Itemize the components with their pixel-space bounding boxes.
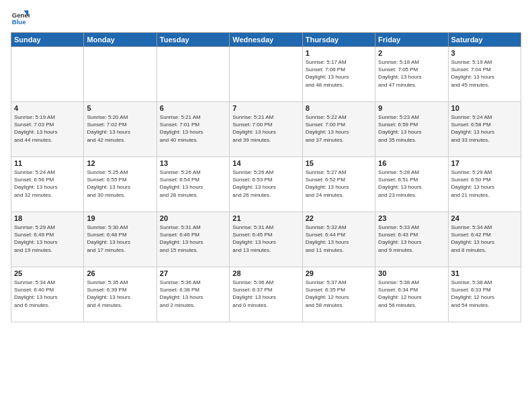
page-header: General Blue xyxy=(11,8,521,27)
day-info: Sunrise: 5:20 AM Sunset: 7:02 PM Dayligh… xyxy=(87,113,153,144)
day-info: Sunrise: 5:38 AM Sunset: 6:33 PM Dayligh… xyxy=(451,279,518,309)
calendar-cell: 25Sunrise: 5:34 AM Sunset: 6:40 PM Dayli… xyxy=(11,267,84,322)
day-number: 3 xyxy=(451,49,518,57)
day-number: 21 xyxy=(232,214,299,222)
day-info: Sunrise: 5:19 AM Sunset: 7:03 PM Dayligh… xyxy=(14,113,81,144)
day-number: 10 xyxy=(451,104,518,112)
day-header-saturday: Saturday xyxy=(448,33,521,47)
day-header-tuesday: Tuesday xyxy=(157,33,229,47)
calendar-cell: 2Sunrise: 5:18 AM Sunset: 7:05 PM Daylig… xyxy=(375,47,448,102)
calendar-cell: 10Sunrise: 5:24 AM Sunset: 6:58 PM Dayli… xyxy=(448,102,521,157)
day-number: 15 xyxy=(306,159,372,167)
day-info: Sunrise: 5:33 AM Sunset: 6:43 PM Dayligh… xyxy=(378,224,445,254)
day-info: Sunrise: 5:27 AM Sunset: 6:52 PM Dayligh… xyxy=(306,169,372,199)
day-info: Sunrise: 5:36 AM Sunset: 6:37 PM Dayligh… xyxy=(232,279,299,309)
day-number: 18 xyxy=(14,214,81,222)
day-info: Sunrise: 5:31 AM Sunset: 6:45 PM Dayligh… xyxy=(232,224,299,254)
calendar-cell: 1Sunrise: 5:17 AM Sunset: 7:06 PM Daylig… xyxy=(302,47,375,102)
day-header-monday: Monday xyxy=(84,33,157,47)
calendar-cell: 3Sunrise: 5:19 AM Sunset: 7:04 PM Daylig… xyxy=(448,47,521,102)
logo-icon: General Blue xyxy=(11,8,30,27)
calendar-cell xyxy=(11,47,84,102)
day-number: 6 xyxy=(160,104,226,112)
calendar-cell: 18Sunrise: 5:29 AM Sunset: 6:49 PM Dayli… xyxy=(11,212,84,267)
day-number: 29 xyxy=(306,269,372,277)
day-number: 19 xyxy=(87,214,153,222)
day-info: Sunrise: 5:38 AM Sunset: 6:34 PM Dayligh… xyxy=(378,279,445,309)
day-info: Sunrise: 5:22 AM Sunset: 7:00 PM Dayligh… xyxy=(306,113,372,144)
calendar-cell: 16Sunrise: 5:28 AM Sunset: 6:51 PM Dayli… xyxy=(375,157,448,212)
day-number: 1 xyxy=(306,49,372,57)
calendar-cell: 27Sunrise: 5:36 AM Sunset: 6:38 PM Dayli… xyxy=(157,267,229,322)
calendar-cell: 24Sunrise: 5:34 AM Sunset: 6:42 PM Dayli… xyxy=(448,212,521,267)
day-number: 4 xyxy=(14,104,81,112)
day-number: 20 xyxy=(160,214,226,222)
day-number: 14 xyxy=(232,159,299,167)
day-info: Sunrise: 5:26 AM Sunset: 6:54 PM Dayligh… xyxy=(160,169,226,199)
calendar-cell: 13Sunrise: 5:26 AM Sunset: 6:54 PM Dayli… xyxy=(157,157,229,212)
day-number: 8 xyxy=(306,104,372,112)
day-info: Sunrise: 5:31 AM Sunset: 6:46 PM Dayligh… xyxy=(160,224,226,254)
calendar-cell xyxy=(157,47,229,102)
day-number: 9 xyxy=(378,104,445,112)
day-number: 28 xyxy=(232,269,299,277)
calendar-cell: 28Sunrise: 5:36 AM Sunset: 6:37 PM Dayli… xyxy=(230,267,302,322)
day-number: 17 xyxy=(451,159,518,167)
day-number: 23 xyxy=(378,214,445,222)
calendar-cell: 8Sunrise: 5:22 AM Sunset: 7:00 PM Daylig… xyxy=(302,102,375,157)
day-info: Sunrise: 5:25 AM Sunset: 6:55 PM Dayligh… xyxy=(87,169,153,199)
day-header-sunday: Sunday xyxy=(11,33,84,47)
calendar-cell: 12Sunrise: 5:25 AM Sunset: 6:55 PM Dayli… xyxy=(84,157,157,212)
calendar-cell: 31Sunrise: 5:38 AM Sunset: 6:33 PM Dayli… xyxy=(448,267,521,322)
calendar-cell xyxy=(230,47,302,102)
calendar-cell: 29Sunrise: 5:37 AM Sunset: 6:35 PM Dayli… xyxy=(302,267,375,322)
calendar-cell: 4Sunrise: 5:19 AM Sunset: 7:03 PM Daylig… xyxy=(11,102,84,157)
calendar-cell: 19Sunrise: 5:30 AM Sunset: 6:48 PM Dayli… xyxy=(84,212,157,267)
day-info: Sunrise: 5:36 AM Sunset: 6:38 PM Dayligh… xyxy=(160,279,226,309)
calendar-cell: 5Sunrise: 5:20 AM Sunset: 7:02 PM Daylig… xyxy=(84,102,157,157)
day-info: Sunrise: 5:18 AM Sunset: 7:05 PM Dayligh… xyxy=(378,58,445,89)
logo: General Blue xyxy=(11,8,30,27)
day-info: Sunrise: 5:24 AM Sunset: 6:58 PM Dayligh… xyxy=(451,113,518,144)
day-info: Sunrise: 5:34 AM Sunset: 6:40 PM Dayligh… xyxy=(14,279,81,309)
day-number: 30 xyxy=(378,269,445,277)
calendar-cell: 15Sunrise: 5:27 AM Sunset: 6:52 PM Dayli… xyxy=(302,157,375,212)
calendar-table: SundayMondayTuesdayWednesdayThursdayFrid… xyxy=(11,32,521,322)
day-number: 16 xyxy=(378,159,445,167)
day-number: 12 xyxy=(87,159,153,167)
day-info: Sunrise: 5:17 AM Sunset: 7:06 PM Dayligh… xyxy=(306,58,372,89)
calendar-cell: 23Sunrise: 5:33 AM Sunset: 6:43 PM Dayli… xyxy=(375,212,448,267)
day-info: Sunrise: 5:32 AM Sunset: 6:44 PM Dayligh… xyxy=(306,224,372,254)
day-info: Sunrise: 5:26 AM Sunset: 6:53 PM Dayligh… xyxy=(232,169,299,199)
day-number: 2 xyxy=(378,49,445,57)
day-info: Sunrise: 5:29 AM Sunset: 6:49 PM Dayligh… xyxy=(14,224,81,254)
calendar-cell: 22Sunrise: 5:32 AM Sunset: 6:44 PM Dayli… xyxy=(302,212,375,267)
day-header-thursday: Thursday xyxy=(302,33,375,47)
day-number: 26 xyxy=(87,269,153,277)
day-info: Sunrise: 5:21 AM Sunset: 7:01 PM Dayligh… xyxy=(160,113,226,144)
day-info: Sunrise: 5:29 AM Sunset: 6:50 PM Dayligh… xyxy=(451,169,518,199)
day-header-wednesday: Wednesday xyxy=(230,33,302,47)
day-info: Sunrise: 5:23 AM Sunset: 6:59 PM Dayligh… xyxy=(378,113,445,144)
day-number: 24 xyxy=(451,214,518,222)
day-info: Sunrise: 5:28 AM Sunset: 6:51 PM Dayligh… xyxy=(378,169,445,199)
day-number: 27 xyxy=(160,269,226,277)
calendar-cell xyxy=(84,47,157,102)
day-info: Sunrise: 5:30 AM Sunset: 6:48 PM Dayligh… xyxy=(87,224,153,254)
day-number: 25 xyxy=(14,269,81,277)
calendar-cell: 30Sunrise: 5:38 AM Sunset: 6:34 PM Dayli… xyxy=(375,267,448,322)
day-header-friday: Friday xyxy=(375,33,448,47)
calendar-cell: 7Sunrise: 5:21 AM Sunset: 7:00 PM Daylig… xyxy=(230,102,302,157)
calendar-cell: 17Sunrise: 5:29 AM Sunset: 6:50 PM Dayli… xyxy=(448,157,521,212)
day-info: Sunrise: 5:37 AM Sunset: 6:35 PM Dayligh… xyxy=(306,279,372,309)
calendar-cell: 14Sunrise: 5:26 AM Sunset: 6:53 PM Dayli… xyxy=(230,157,302,212)
calendar-cell: 9Sunrise: 5:23 AM Sunset: 6:59 PM Daylig… xyxy=(375,102,448,157)
day-info: Sunrise: 5:21 AM Sunset: 7:00 PM Dayligh… xyxy=(232,113,299,144)
svg-text:Blue: Blue xyxy=(12,18,26,26)
day-number: 31 xyxy=(451,269,518,277)
calendar-cell: 21Sunrise: 5:31 AM Sunset: 6:45 PM Dayli… xyxy=(230,212,302,267)
day-number: 22 xyxy=(306,214,372,222)
day-number: 11 xyxy=(14,159,81,167)
day-info: Sunrise: 5:35 AM Sunset: 6:39 PM Dayligh… xyxy=(87,279,153,309)
day-number: 5 xyxy=(87,104,153,112)
